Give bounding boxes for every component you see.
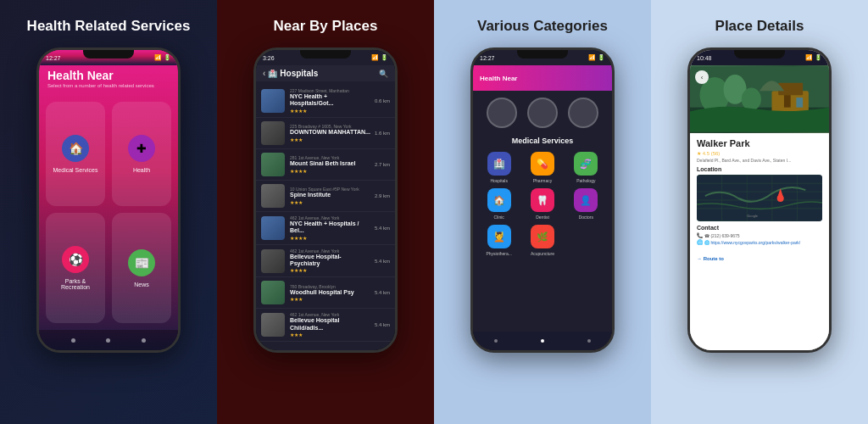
cat-acupuncture[interactable]: 🌿 Acupuncture [523,225,561,256]
hospital-name-4: Spine Institute [290,192,371,198]
hospital-stars-4: ★★★ [290,199,371,205]
phone-4-screen: 10:48 📶 🔋 ‹ [690,50,829,350]
nav-dot-1 [71,338,75,343]
nav-dot-b [541,339,544,343]
phone-1-card-news[interactable]: 📰 News [112,213,171,323]
hospital-stars-5: ★★★★ [290,235,371,241]
hospital-name-1: NYC Health + Hospitals/Got... [290,93,371,108]
panel-various-categories: Various Categories 12:27 📶 🔋 Health Near… [434,0,651,424]
hospital-thumb-1 [261,89,285,113]
hospital-info-7: 760 Broadway, Brooklyn Woodhull Hospital… [290,284,371,302]
hospital-info-4: 10 Union Square East #5P New York Spine … [290,187,371,204]
phone-2: 3:26 📶 🔋 ‹ 🏥 Hospitals 🔍 227 Madison Str… [253,47,398,353]
cat-physio[interactable]: 💆 Physiothera... [480,225,518,256]
category-circle-1 [487,98,517,128]
cat-clinic[interactable]: 🏠 Clinic [480,188,518,220]
route-button-area[interactable]: → Route to [697,248,822,264]
hospital-dist-5: 5.4 km [375,226,390,231]
cat-pathology[interactable]: 🧬 Pathology [567,152,605,183]
acupuncture-category-icon: 🌿 [531,225,554,248]
phone-2-screen: 3:26 📶 🔋 ‹ 🏥 Hospitals 🔍 227 Madison Str… [256,50,395,350]
news-icon: 📰 [128,249,155,276]
phone-1-screen: 12:27 📶 🔋 Health Near Select from a numb… [39,50,178,350]
contact-section-label: Contact [697,225,822,231]
back-chevron-icon[interactable]: ‹ [263,69,265,78]
doctors-cat-label: Doctors [579,215,593,220]
place-map[interactable]: Google [697,175,822,221]
category-circle-3 [568,98,598,128]
nav-dot-3 [142,338,146,343]
cat-pharmacy[interactable]: 💊 Pharmacy [523,152,561,183]
category-circle-2 [527,98,558,128]
phone-3-time: 12:27 [480,55,495,61]
list-item[interactable]: 10 Union Square East #5P New York Spine … [256,181,395,212]
physio-cat-label: Physiothera... [486,251,512,256]
pharmacy-category-icon: 💊 [531,152,554,176]
phone-1-bottom-nav [39,330,178,350]
contact-website[interactable]: 🌐 🌐 https://www.nycgovparks.org/parks/wa… [697,239,822,245]
back-button[interactable]: ‹ [695,70,709,84]
hospital-info-2: 225 Broadway # 1605, New York DOWNTOWN M… [290,124,371,142]
phone-1-card-parks[interactable]: ⚽ Parks & Recreation [46,213,105,323]
phone-icon: 📞 [697,232,703,238]
hospital-name-2: DOWNTOWN MANHATTAN... [290,129,371,136]
svg-rect-7 [784,95,791,107]
hospital-dist-2: 1.6 km [375,131,390,136]
list-item[interactable]: 225 Broadway # 1605, New York DOWNTOWN M… [256,118,395,149]
phone-4: 10:48 📶 🔋 ‹ [687,47,832,353]
cat-dentist[interactable]: 🦷 Dentist [523,188,561,220]
list-item[interactable]: 227 Madison Street, Manhattan NYC Health… [256,85,395,118]
phone-1-card-medical[interactable]: 🏠 Medical Services [46,102,105,206]
list-item[interactable]: 281 1st Avenue, New York Mount Sinai Bet… [256,149,395,181]
map-svg: Google [697,175,822,221]
contact-phone[interactable]: 📞 ☎ (212) 639-9675 [697,232,822,238]
hospital-info-6: 462 1st Avenue, New York Bellevue Hospit… [290,248,371,274]
route-button[interactable]: → Route to [697,256,724,261]
health-icon: ✚ [128,135,155,162]
phone-2-icons: 📶 🔋 [371,54,388,61]
hospital-stars-2: ★★★ [290,137,371,142]
hospital-name-6: Bellevue Hospital-Psychiatry [290,254,371,268]
nav-dot-2 [106,338,110,343]
phone-2-time: 3:26 [263,55,275,61]
panel-4-title: Place Details [715,17,804,36]
search-icon[interactable]: 🔍 [379,70,388,78]
phone-4-status-icons: 📶 🔋 [805,54,822,61]
hospital-name-5: NYC Health + Hospitals / Bel... [290,220,371,235]
phone-1-card-health[interactable]: ✚ Health [112,102,171,206]
website-icon: 🌐 [697,239,703,245]
hospital-thumb-8 [261,313,285,337]
phone-2-header: ‹ 🏥 Hospitals 🔍 [256,65,395,81]
phone-4-notch [734,50,785,59]
panel-place-details: Place Details 10:48 📶 🔋 [651,0,868,424]
parks-label: Parks & Recreation [51,278,100,290]
hospital-name-7: Woodhull Hospital Psy [290,289,371,296]
panel-health-services: Health Related Services 12:27 📶 🔋 Health… [0,0,217,424]
svg-rect-8 [796,98,803,108]
hospital-thumb-6 [261,249,285,273]
phone-3: 12:27 📶 🔋 Health Near Medical Services 🏥… [470,47,615,353]
cat-doctors[interactable]: 👤 Doctors [567,188,605,220]
place-name: Walker Park [697,138,822,148]
phone-3-header: Health Near [473,65,612,91]
list-item[interactable]: 462 1st Avenue, New York Bellevue Hospit… [256,309,395,342]
list-item[interactable]: 760 Broadway, Brooklyn Woodhull Hospital… [256,277,395,309]
panel-2-title: Near By Places [274,17,378,36]
hospital-stars-6: ★★★★ [290,267,371,273]
hospital-list: 227 Madison Street, Manhattan NYC Health… [256,81,395,350]
phone-3-screen: 12:27 📶 🔋 Health Near Medical Services 🏥… [473,50,612,350]
cat-hospitals[interactable]: 🏥 Hospitals [480,152,518,183]
list-item[interactable]: 462 1st Avenue, New York NYC Health + Ho… [256,212,395,245]
hospital-dist-4: 2.9 km [375,193,390,198]
panel-1-title: Health Related Services [27,17,191,36]
hospital-stars-7: ★★★ [290,296,371,302]
hospitals-category-icon: 🏥 [487,152,511,176]
phone-3-body: Medical Services 🏥 Hospitals 💊 Pharmacy … [473,91,612,332]
hospital-info-3: 281 1st Avenue, New York Mount Sinai Bet… [290,155,371,173]
hospital-name-3: Mount Sinai Beth Israel [290,160,371,167]
park-scene-svg [690,65,829,133]
pathology-category-icon: 🧬 [574,152,598,176]
phone-3-notch [517,50,568,59]
hospital-dist-8: 5.4 km [375,322,390,327]
list-item[interactable]: 462 1st Avenue, New York Bellevue Hospit… [256,245,395,278]
